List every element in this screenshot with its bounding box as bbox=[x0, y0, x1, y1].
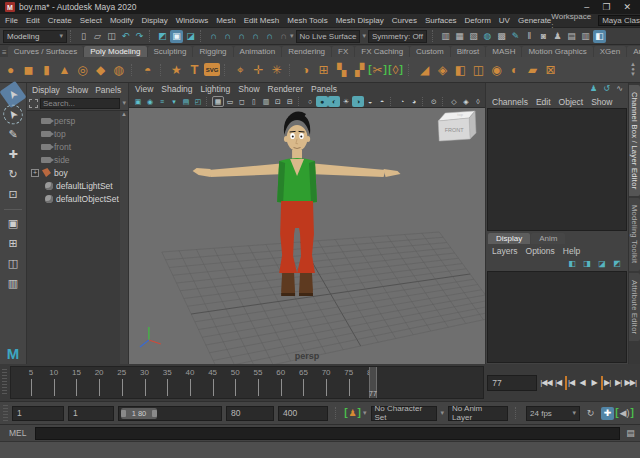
target-weld-icon[interactable]: ◊ bbox=[387, 60, 404, 79]
snap-to-grid-icon[interactable]: ∩ bbox=[207, 30, 220, 43]
poly-plane-icon[interactable]: ◆ bbox=[92, 60, 109, 79]
channel-list[interactable] bbox=[487, 108, 627, 231]
go-to-end-button[interactable]: ▶▶| bbox=[625, 376, 636, 390]
menu-panels[interactable]: Panels bbox=[95, 85, 121, 95]
safe-action-icon[interactable]: ⊡ bbox=[272, 96, 284, 107]
outliner-item-persp[interactable]: persp bbox=[27, 114, 128, 127]
tab-arnold[interactable]: Arnold bbox=[627, 46, 640, 57]
tab-fx[interactable]: FX bbox=[332, 46, 354, 57]
drag-handle[interactable] bbox=[3, 405, 8, 421]
motion-blur-icon[interactable]: ◓ bbox=[376, 96, 388, 107]
playback-start-field[interactable]: 1 bbox=[68, 406, 114, 421]
tab-animation[interactable]: Animation bbox=[234, 46, 282, 57]
outliner-item-side[interactable]: side bbox=[27, 153, 128, 166]
redo-icon[interactable]: ↷ bbox=[133, 30, 146, 43]
platonic-solid-icon[interactable]: ◓ bbox=[139, 60, 156, 79]
tab-poly-modeling[interactable]: Poly Modeling bbox=[84, 46, 146, 57]
shelf-scroll[interactable]: ▲●▼ bbox=[628, 62, 638, 77]
move-layer-down-icon[interactable]: ◨ bbox=[581, 258, 593, 270]
film-gate-icon[interactable]: ▭ bbox=[224, 96, 236, 107]
character-controls-icon[interactable]: ♟ bbox=[551, 30, 564, 43]
shaded-icon[interactable]: ● bbox=[316, 96, 328, 107]
field-chart-icon[interactable]: ▥ bbox=[260, 96, 272, 107]
time-slider[interactable]: 5101520253035404550556065707580 77 bbox=[10, 366, 484, 399]
paint-effects-icon[interactable]: ✎ bbox=[509, 30, 522, 43]
wireframe-icon[interactable]: ○ bbox=[304, 96, 316, 107]
poly-cube-icon[interactable]: ◼ bbox=[20, 60, 37, 79]
snap-to-point-icon[interactable]: ∩ bbox=[235, 30, 248, 43]
tab-xgen[interactable]: XGen bbox=[594, 46, 626, 57]
menu-show[interactable]: Show bbox=[591, 97, 612, 107]
menu-set-dropdown[interactable]: Modeling▾ bbox=[3, 30, 67, 43]
super-shape-icon[interactable]: ★ bbox=[168, 60, 185, 79]
titlebar[interactable]: M boy.ma* - Autodesk Maya 2020 – ❐ ✕ bbox=[0, 0, 640, 14]
menu-deform[interactable]: Deform bbox=[465, 16, 491, 25]
command-line-input[interactable] bbox=[35, 427, 620, 440]
open-scene-icon[interactable]: ▱ bbox=[91, 30, 104, 43]
tab-custom[interactable]: Custom bbox=[410, 46, 450, 57]
menu-mesh-display[interactable]: Mesh Display bbox=[336, 16, 384, 25]
tab-rigging[interactable]: Rigging bbox=[193, 46, 232, 57]
select-camera-icon[interactable]: ▣ bbox=[132, 96, 144, 107]
range-start-handle[interactable] bbox=[121, 410, 126, 417]
menu-layers[interactable]: Layers bbox=[492, 246, 518, 256]
camera-attributes-icon[interactable]: ≡ bbox=[156, 96, 168, 107]
scroll-down-icon[interactable]: ▼ bbox=[630, 72, 636, 77]
outliner-item-front[interactable]: front bbox=[27, 140, 128, 153]
resolution-gate-icon[interactable]: ◻ bbox=[236, 96, 248, 107]
pose-icon[interactable]: ♟ bbox=[588, 84, 599, 95]
tab-sculpting[interactable]: Sculpting bbox=[148, 46, 193, 57]
render-setup-icon[interactable]: ◍ bbox=[481, 30, 494, 43]
poly-cone-icon[interactable]: ▲ bbox=[56, 60, 73, 79]
tab-mash[interactable]: MASH bbox=[486, 46, 521, 57]
bookmarks-icon[interactable]: ▾ bbox=[168, 96, 180, 107]
play-forwards-button[interactable]: ▶ bbox=[589, 376, 600, 390]
step-back-key-button[interactable]: |◀ bbox=[565, 376, 576, 390]
workspace-dropdown[interactable]: Maya Classic*▾ bbox=[598, 15, 640, 26]
sidetab-attribute-editor[interactable]: Attribute Editor bbox=[629, 273, 640, 341]
single-pane-layout-button[interactable]: ▣ bbox=[3, 214, 23, 233]
menu-edit[interactable]: Edit bbox=[26, 16, 40, 25]
smooth-icon[interactable]: ◈ bbox=[434, 60, 451, 79]
bevel-icon[interactable]: ◢ bbox=[416, 60, 433, 79]
shadows-icon[interactable]: ◑ bbox=[352, 96, 364, 107]
maximize-button[interactable]: ❐ bbox=[602, 2, 610, 12]
gamma-icon[interactable]: ◕ bbox=[408, 96, 420, 107]
ipr-render-icon[interactable]: ▧ bbox=[467, 30, 480, 43]
particle-emitter-icon[interactable]: ✳ bbox=[268, 60, 285, 79]
render-settings-icon[interactable]: ▩ bbox=[495, 30, 508, 43]
create-layer-from-selected-icon[interactable]: ◩ bbox=[611, 258, 623, 270]
quad-draw-icon[interactable]: ▰ bbox=[524, 60, 541, 79]
menu-show[interactable]: Show bbox=[238, 84, 259, 94]
channel-graph-icon[interactable]: ∿ bbox=[614, 84, 625, 95]
menu-curves[interactable]: Curves bbox=[392, 16, 417, 25]
two-pane-layout-button[interactable]: ◫ bbox=[3, 254, 23, 273]
use-all-lights-icon[interactable]: ☀ bbox=[340, 96, 352, 107]
outliner-scrollbar[interactable]: ▲ bbox=[120, 111, 128, 364]
menu-view[interactable]: View bbox=[135, 84, 153, 94]
menu-edit-mesh[interactable]: Edit Mesh bbox=[244, 16, 280, 25]
attribute-spreadsheet-icon[interactable]: ▥ bbox=[579, 30, 592, 43]
menu-options[interactable]: Options bbox=[526, 246, 555, 256]
chevron-down-icon[interactable]: ▾ bbox=[441, 409, 445, 417]
menu-panels[interactable]: Panels bbox=[311, 84, 337, 94]
drag-handle[interactable] bbox=[2, 369, 7, 396]
go-to-start-button[interactable]: |◀◀ bbox=[540, 376, 551, 390]
tab-bifrost[interactable]: Bifrost bbox=[451, 46, 486, 57]
ui-elements-icon[interactable]: ▤ bbox=[565, 30, 578, 43]
render-current-frame-icon[interactable]: ▦ bbox=[453, 30, 466, 43]
create-empty-layer-icon[interactable]: ◪ bbox=[596, 258, 608, 270]
character-set-dropdown[interactable]: No Character Set bbox=[371, 406, 437, 421]
menu-generate[interactable]: Generate bbox=[518, 16, 551, 25]
character-set-icon[interactable]: ♟ bbox=[346, 407, 359, 420]
outliner-search-input[interactable] bbox=[40, 98, 120, 109]
multi-cut-icon[interactable]: ✂ bbox=[369, 60, 386, 79]
grid-icon[interactable]: ▦ bbox=[212, 96, 224, 107]
move-layer-up-icon[interactable]: ◧ bbox=[566, 258, 578, 270]
render-view-icon[interactable]: ▥ bbox=[439, 30, 452, 43]
chevron-down-icon[interactable]: ▾ bbox=[122, 99, 126, 107]
2d-pan-zoom-icon[interactable]: ◰ bbox=[192, 96, 204, 107]
playback-end-field[interactable]: 80 bbox=[226, 406, 274, 421]
menu-display[interactable]: Display bbox=[142, 16, 168, 25]
snap-view-plane-icon[interactable]: ∩ bbox=[263, 30, 276, 43]
